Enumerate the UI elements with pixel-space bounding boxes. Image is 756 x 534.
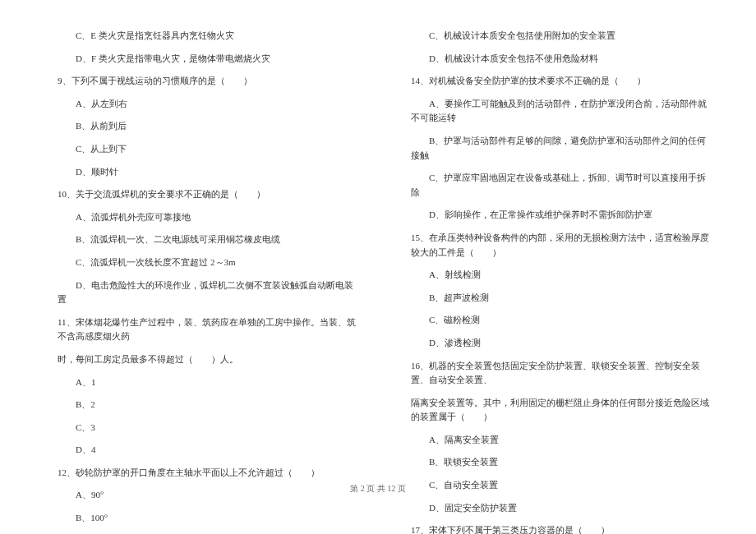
question-text: 16、机器的安全装置包括固定安全防护装置、联锁安全装置、控制安全装置、自动安全装… xyxy=(411,355,715,392)
question-text: 14、对机械设备安全防护罩的技术要求不正确的是（ ） xyxy=(411,70,715,93)
answer-option: D、影响操作，在正常操作或维护保养时不需拆卸防护罩 xyxy=(411,204,715,227)
answer-option: D、4 xyxy=(58,439,362,462)
question-continuation: 时，每间工房定员最多不得超过（ ）人。 xyxy=(58,348,362,371)
question-text: 11、宋体烟花爆竹生产过程中，装、筑药应在单独的工房中操作。当装、筑不含高感度烟… xyxy=(58,311,362,348)
question-text: 17、宋体下列不属于第三类压力容器的是（ ） xyxy=(411,519,715,534)
answer-option: C、机械设计本质安全包括使用附加的安全装置 xyxy=(411,25,715,48)
question-text: 9、下列不属于视线运动的习惯顺序的是（ ） xyxy=(58,70,362,93)
answer-option: C、E 类火灾是指烹饪器具内烹饪物火灾 xyxy=(58,25,362,48)
right-column: C、机械设计本质安全包括使用附加的安全装置D、机械设计本质安全包括不使用危险材料… xyxy=(386,25,715,468)
answer-option: B、2 xyxy=(58,394,362,417)
answer-option: C、3 xyxy=(58,417,362,440)
answer-option: B、联锁安全装置 xyxy=(411,451,715,474)
answer-option: B、超声波检测 xyxy=(411,287,715,310)
answer-option: B、流弧焊机一次、二次电源线可采用铜芯橡皮电缆 xyxy=(58,228,362,251)
answer-option: A、流弧焊机外壳应可靠接地 xyxy=(58,206,362,229)
page-content: C、E 类火灾是指烹饪器具内烹饪物火灾D、F 类火灾是指带电火灾，是物体带电燃烧… xyxy=(0,0,756,476)
answer-option: C、120° xyxy=(58,530,362,534)
answer-option: D、电击危险性大的环境作业，弧焊机二次侧不宜装设触弧自动断电装置 xyxy=(58,274,362,311)
answer-option: B、护罩与活动部件有足够的间隙，避免防护罩和活动部件之间的任何接触 xyxy=(411,130,715,167)
question-text: 10、关于交流弧焊机的安全要求不正确的是（ ） xyxy=(58,183,362,206)
question-continuation: 隔离安全装置等。其中，利用固定的栅栏阻止身体的任何部分接近危险区域的装置属于（ … xyxy=(411,392,715,429)
answer-option: A、要操作工可能触及到的活动部件，在防护罩没闭合前，活动部件就不可能运转 xyxy=(411,93,715,130)
answer-option: A、1 xyxy=(58,371,362,394)
question-text: 12、砂轮防护罩的开口角度在主轴水平面以上不允许超过（ ） xyxy=(58,462,362,485)
answer-option: B、100° xyxy=(58,507,362,530)
answer-option: A、射线检测 xyxy=(411,264,715,287)
answer-option: C、从上到下 xyxy=(58,138,362,161)
answer-option: D、机械设计本质安全包括不使用危险材料 xyxy=(411,48,715,71)
answer-option: D、渗透检测 xyxy=(411,332,715,355)
answer-option: D、固定安全防护装置 xyxy=(411,497,715,520)
answer-option: A、隔离安全装置 xyxy=(411,429,715,452)
answer-option: C、自动安全装置 xyxy=(411,474,715,497)
left-column: C、E 类火灾是指烹饪器具内烹饪物火灾D、F 类火灾是指带电火灾，是物体带电燃烧… xyxy=(58,25,386,468)
answer-option: C、流弧焊机一次线长度不宜超过 2～3m xyxy=(58,251,362,274)
answer-option: C、磁粉检测 xyxy=(411,309,715,332)
question-text: 15、在承压类特种设备构件的内部，采用的无损检测方法中，适宜检验厚度较大的工件是… xyxy=(411,227,715,264)
answer-option: C、护罩应牢固地固定在设备或基础上，拆卸、调节时可以直接用手拆除 xyxy=(411,167,715,204)
answer-option: A、从左到右 xyxy=(58,93,362,116)
answer-option: B、从前到后 xyxy=(58,115,362,138)
answer-option: D、F 类火灾是指带电火灾，是物体带电燃烧火灾 xyxy=(58,48,362,71)
answer-option: A、90° xyxy=(58,484,362,507)
answer-option: D、顺时针 xyxy=(58,161,362,184)
